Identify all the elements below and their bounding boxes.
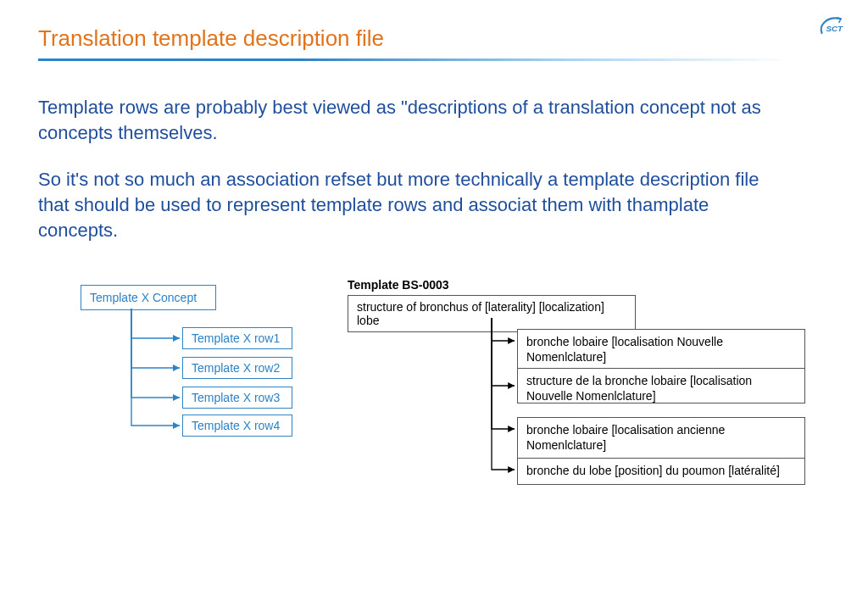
right-diagram: Template BS-0003 structure of bronchus o… [348,278,822,332]
logo-text: SCT [826,24,844,33]
right-diagram-header: Template BS-0003 [348,278,822,292]
template-child-box: bronche lobaire [localisation Nouvelle N… [517,329,805,370]
paragraph-1: Template rows are probably best viewed a… [38,95,776,145]
template-row-box: Template X row4 [182,415,292,437]
paragraph-2: So it's not so much an association refse… [38,167,776,242]
slide: SCT Translation template description fil… [0,0,868,601]
template-row-box: Template X row1 [182,327,292,349]
left-diagram: Template X Concept Template X row1 Templ… [81,285,352,310]
body-text: Template rows are probably best viewed a… [38,95,776,242]
page-title: Translation template description file [38,25,830,52]
sct-logo: SCT [817,15,853,39]
template-concept-box: Template X Concept [81,285,216,310]
template-child-box: structure de la bronche lobaire [localis… [517,368,805,403]
template-row-box: Template X row3 [182,387,292,409]
template-child-box: bronche du lobe [position] du poumon [la… [517,458,805,485]
diagrams-area: Template X Concept Template X row1 Templ… [81,278,818,566]
template-root-box: structure of bronchus of [laterality] [l… [348,295,636,332]
template-row-box: Template X row2 [182,357,292,379]
title-underline [38,58,793,61]
template-child-box: bronche lobaire [localisation ancienne N… [517,417,805,459]
